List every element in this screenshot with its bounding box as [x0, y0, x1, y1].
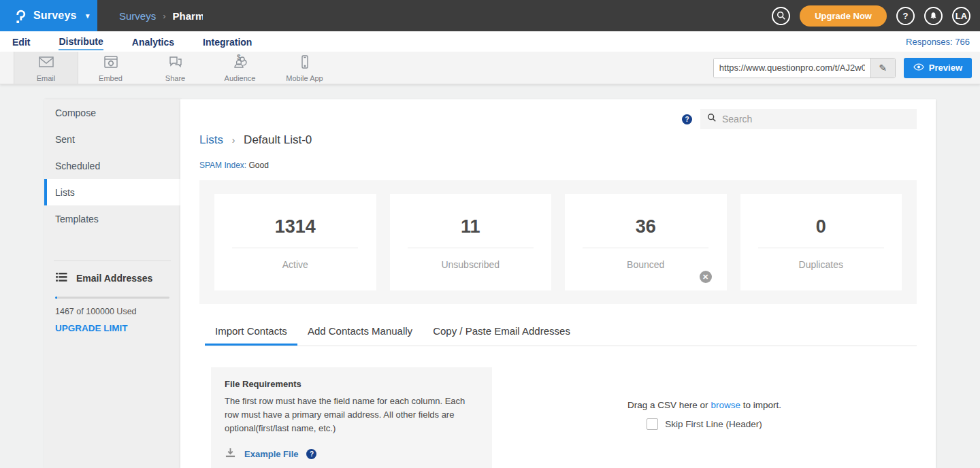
email-usage-text: 1467 of 100000 Used [55, 307, 169, 316]
upgrade-limit-link[interactable]: UPGRADE LIMIT [55, 323, 128, 333]
stat-card-active[interactable]: 1314 Active [214, 194, 376, 290]
stat-divider [758, 248, 884, 248]
survey-url-group: ✎ [713, 58, 896, 78]
toolbar-item-share[interactable]: Share [143, 52, 208, 84]
preview-button[interactable]: Preview [904, 58, 972, 78]
duplicates-count: 0 [740, 216, 902, 237]
sidebar-item-scheduled[interactable]: Scheduled [44, 152, 180, 179]
tab-import-contacts[interactable]: Import Contacts [205, 325, 297, 346]
download-icon [225, 448, 236, 461]
file-requirements-title: File Requirements [225, 379, 478, 389]
survey-url-input[interactable] [714, 58, 870, 78]
tab-analytics[interactable]: Analytics [132, 34, 174, 50]
lists-link[interactable]: Lists [199, 133, 223, 146]
email-addresses-block: Email Addresses 1467 of 100000 Used UPGR… [44, 261, 180, 345]
stat-card-bounced[interactable]: 36 Bounced ✕ [565, 194, 727, 290]
tab-add-contacts-manually[interactable]: Add Contacts Manually [297, 325, 423, 346]
unsubscribed-count: 11 [390, 216, 552, 237]
email-addresses-title: Email Addresses [76, 273, 152, 284]
breadcrumb-surveys-link[interactable]: Surveys [119, 10, 156, 22]
stat-card-unsubscribed[interactable]: 11 Unsubscribed [390, 194, 552, 290]
skip-first-line-label: Skip First Line (Header) [665, 419, 762, 429]
email-usage-progress-fill [55, 297, 57, 299]
csv-dropzone[interactable]: Drag a CSV here or browse to import. Ski… [492, 367, 917, 468]
responses-count[interactable]: Responses: 766 [906, 37, 970, 47]
contact-import-tabs: Import Contacts Add Contacts Manually Co… [205, 325, 917, 346]
stat-card-duplicates[interactable]: 0 Duplicates [740, 194, 902, 290]
list-lines-icon [55, 272, 68, 284]
bounced-count: 36 [565, 216, 727, 237]
top-header: Surveys ▼ Surveys › Pharma Upgrade Now ?… [0, 0, 980, 31]
tab-integration[interactable]: Integration [203, 34, 252, 50]
breadcrumb-separator: › [163, 11, 165, 21]
search-icon[interactable] [772, 7, 790, 25]
stat-divider [583, 248, 708, 248]
share-chat-bubbles-icon [167, 54, 184, 73]
stat-divider [408, 248, 534, 248]
breadcrumb-survey-name: Pharma [173, 10, 203, 22]
toolbar-item-embed[interactable]: Embed [78, 52, 143, 84]
help-button[interactable]: ? [896, 7, 915, 25]
current-list-name: Default List-0 [244, 133, 312, 146]
spam-index-label: SPAM Index: [199, 161, 246, 170]
email-sidebar: Compose Sent Scheduled Lists Templates E… [44, 99, 180, 468]
clear-bounced-x-icon[interactable]: ✕ [700, 271, 712, 283]
email-usage-progressbar [55, 297, 169, 299]
file-requirements-box: File Requirements The first row must hav… [211, 367, 492, 468]
sidebar-item-templates[interactable]: Templates [44, 205, 180, 232]
survey-link-area: ✎ Preview [713, 52, 980, 84]
list-stats-panel: 1314 Active 11 Unsubscribed 36 Bounced ✕… [199, 180, 917, 304]
sidebar-item-lists[interactable]: Lists [44, 179, 180, 205]
email-envelope-icon [37, 54, 55, 73]
upgrade-now-button[interactable]: Upgrade Now [800, 5, 887, 27]
distribute-toolbar: Email Embed Share $ Audience Mobile App … [0, 52, 980, 84]
user-avatar[interactable]: LA [952, 7, 970, 25]
chevron-right-icon: › [232, 135, 235, 146]
sidebar-item-compose[interactable]: Compose [44, 99, 180, 126]
list-breadcrumb: Lists › Default List-0 [199, 133, 917, 147]
example-file-help-icon[interactable]: ? [306, 449, 316, 459]
skip-first-line-checkbox[interactable] [647, 418, 658, 430]
edit-url-pencil-icon[interactable]: ✎ [870, 58, 895, 78]
survey-nav-tabs: Edit Distribute Analytics Integration Re… [0, 31, 980, 52]
toolbar-item-email[interactable]: Email [14, 52, 78, 84]
list-search-box [700, 109, 917, 129]
stat-divider [232, 248, 358, 248]
example-file-link[interactable]: Example File [244, 449, 298, 459]
toolbar-item-mobile-app[interactable]: Mobile App [272, 52, 337, 84]
spam-index-value: Good [248, 161, 268, 170]
eye-icon [913, 63, 924, 73]
browse-link[interactable]: browse [710, 400, 740, 410]
toolbar-item-audience[interactable]: $ Audience [208, 52, 272, 84]
product-switcher[interactable]: Surveys ▼ [0, 0, 97, 31]
spam-index: SPAM Index: Good [199, 161, 917, 170]
questionpro-logo-icon [12, 7, 27, 24]
tab-distribute[interactable]: Distribute [59, 33, 103, 50]
file-requirements-body: The first row must have the field name f… [225, 395, 478, 435]
audience-dollar-people-icon: $ [231, 54, 249, 73]
search-input[interactable] [722, 114, 910, 124]
page-body: Compose Sent Scheduled Lists Templates E… [0, 84, 980, 468]
embed-window-gear-icon [102, 54, 120, 73]
header-breadcrumb-bar: Surveys › Pharma Upgrade Now ? LA [97, 0, 980, 31]
chevron-down-icon: ▼ [84, 12, 91, 20]
header-actions: Upgrade Now ? LA [772, 5, 970, 27]
active-count: 1314 [214, 216, 376, 237]
magnifier-icon [707, 113, 717, 125]
lists-main-panel: ? Lists › Default List-0 SPAM Index: Goo… [180, 99, 936, 468]
tab-copy-paste-email-addresses[interactable]: Copy / Paste Email Addresses [423, 325, 581, 346]
mobile-phone-icon [296, 54, 314, 73]
product-name: Surveys [33, 10, 77, 22]
sidebar-item-sent[interactable]: Sent [44, 126, 180, 152]
notifications-bell-icon[interactable] [924, 7, 943, 25]
tab-edit[interactable]: Edit [12, 34, 30, 50]
help-circle-icon[interactable]: ? [682, 114, 692, 124]
